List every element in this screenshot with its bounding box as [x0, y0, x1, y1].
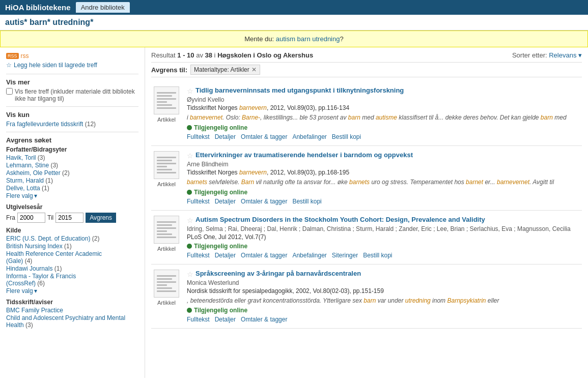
vis-kun-title: Vis kun: [6, 111, 138, 119]
fagfellevurderte-label: Fra fagfellevurderte tidsskrift (12): [6, 121, 138, 128]
omtaler-link-1[interactable]: Omtaler & tagger: [241, 133, 287, 140]
tidsskrift-item-1[interactable]: BMC Family Practice: [6, 307, 138, 314]
result-author-1: Øyvind Kvello: [187, 96, 582, 103]
forfatter-item-1[interactable]: Havik, Toril (3): [6, 154, 138, 161]
result-author-3: Idring, Selma ; Rai, Dheeraj ; Dal, Henr…: [187, 225, 582, 232]
avgrens-soket-title: Avgrens søket: [6, 136, 138, 144]
avgrens-label: Avgrens til:: [151, 66, 187, 74]
result-title-2[interactable]: Ettervirkninger av traumatiserende hende…: [195, 151, 413, 159]
save-page-label: Legg hele siden til lagrede treff: [14, 62, 97, 69]
fra-label: Fra: [6, 214, 15, 221]
kilde-section: Kilde ERIC (U.S. Dept. of Education) (2)…: [6, 227, 138, 295]
forfatter-item-2[interactable]: Lehmann, Stine (3): [6, 162, 138, 169]
sort-relevans-link[interactable]: Relevans ▾: [549, 51, 582, 59]
save-page-link[interactable]: ☆ Legg hele siden til lagrede treff: [6, 62, 138, 69]
forfatter-more-link[interactable]: Flere valg ▾: [6, 192, 138, 199]
result-snippet-1: i barnevernet. Oslo: Barne-, likestillin…: [187, 113, 582, 122]
available-4: Tilgjengelig online: [187, 307, 582, 314]
result-title-3[interactable]: Autism Spectrum Disorders in the Stockho…: [195, 216, 485, 223]
bookmark-icon-1[interactable]: [187, 87, 193, 95]
result-body-1: Tidlig barneverninnsats med utgangspunkt…: [187, 86, 582, 140]
available-dot-4: [187, 308, 192, 313]
result-item-2: Artikkel Ettervirkninger av traumatisere…: [151, 146, 582, 211]
type-label-1: Artikkel: [157, 116, 176, 123]
utgivelsesar-label: Utgivelsesår: [6, 203, 138, 211]
tidsskrift-label: Tidsskrift/aviser: [6, 299, 138, 306]
type-label-2: Artikkel: [157, 181, 176, 187]
result-author-2: Arne Blindheim: [187, 161, 582, 168]
result-snippet-4: , beteendestörda eller gravt koncentrati…: [187, 297, 582, 305]
result-item-3: Artikkel Autism Spectrum Disorders in th…: [151, 211, 582, 265]
divider-1: [6, 74, 138, 74]
omtaler-link-4[interactable]: Omtaler & tagger: [241, 316, 287, 323]
fulltekst-link-2[interactable]: Fulltekst: [187, 198, 210, 205]
bookmark-icon-4[interactable]: [187, 270, 193, 278]
kilde-item-2[interactable]: British Nursing Index (1): [6, 243, 138, 250]
results-sort: Sorter etter: Relevans ▾: [512, 51, 582, 59]
result-title-4[interactable]: Språkscreening av 3-åringar på barnavård…: [195, 270, 361, 277]
year-range-row: Fra Til Avgrens: [6, 213, 138, 223]
kilde-item-3[interactable]: Health Reference Center Academic(Gale) (…: [6, 250, 138, 265]
result-thumb-2: Artikkel: [151, 151, 182, 205]
result-thumb-1: Artikkel: [151, 86, 182, 140]
result-title-1[interactable]: Tidlig barneverninnsats med utgangspunkt…: [195, 86, 404, 94]
fulltekst-link-4[interactable]: Fulltekst: [187, 316, 210, 323]
avgrens-button[interactable]: Avgrens: [86, 213, 116, 223]
vis-mer-checkbox-row: Vis flere treff (inkluder materiale ditt…: [6, 88, 138, 102]
available-dot-3: [187, 244, 192, 249]
siteringer-link-3[interactable]: Siteringer: [332, 252, 358, 259]
fra-year-input[interactable]: [17, 213, 45, 223]
result-links-4: Fulltekst Detaljer Omtaler & tagger: [187, 316, 582, 323]
library-title: HiOA bibliotekene: [5, 3, 71, 12]
header: HiOA bibliotekene Andre bibliotek: [0, 0, 588, 15]
bestill-link-1[interactable]: Bestill kopi: [332, 133, 361, 140]
fulltekst-link-1[interactable]: Fulltekst: [187, 133, 210, 140]
result-links-3: Fulltekst Detaljer Omtaler & tagger Anbe…: [187, 252, 582, 259]
kilde-item-4[interactable]: Hindawi Journals (1): [6, 265, 138, 272]
divider-3: [6, 132, 138, 132]
fagfellevurderte-link[interactable]: Fra fagfellevurderte tidsskrift (12): [6, 121, 138, 128]
available-2: Tilgjengelig online: [187, 189, 582, 196]
til-year-input[interactable]: [55, 213, 83, 223]
vis-mer-title: Vis mer: [6, 78, 138, 86]
result-journal-2: Tidsskriftet Norges barnevern, 2012, Vol…: [187, 169, 582, 176]
result-author-4: Monica Westerlund: [187, 279, 582, 286]
kilde-item-1[interactable]: ERIC (U.S. Dept. of Education) (2): [6, 235, 138, 242]
remove-filter-btn[interactable]: ✕: [251, 66, 257, 73]
fulltekst-link-3[interactable]: Fulltekst: [187, 252, 210, 259]
omtaler-link-3[interactable]: Omtaler & tagger: [241, 252, 287, 259]
bestill-link-3[interactable]: Bestill kopi: [363, 252, 392, 259]
forfatter-item-5[interactable]: Dellve, Lotta (1): [6, 185, 138, 192]
detaljer-link-3[interactable]: Detaljer: [215, 252, 236, 259]
vis-mer-checkbox[interactable]: [6, 88, 13, 95]
sidebar: RSS rss ☆ Legg hele siden til lagrede tr…: [0, 47, 145, 378]
anbefalinger-link-3[interactable]: Anbefalinger: [292, 252, 326, 259]
bookmark-icon-2[interactable]: [187, 152, 193, 160]
tidsskrift-item-2[interactable]: Child and Adolescent Psychiatry and Ment…: [6, 314, 138, 329]
omtaler-link-2[interactable]: Omtaler & tagger: [241, 198, 287, 205]
did-you-mean-link[interactable]: autism barn utredning: [276, 35, 340, 43]
search-query: autis* barn* utredning*: [5, 18, 93, 26]
forfatter-item-3[interactable]: Askheim, Ole Petter (2): [6, 169, 138, 177]
detaljer-link-4[interactable]: Detaljer: [215, 316, 236, 323]
result-body-3: Autism Spectrum Disorders in the Stockho…: [187, 216, 582, 259]
results-area: Resultat 1 - 10 av 38 i Høgskolen i Oslo…: [145, 47, 588, 378]
result-journal-1: Tidsskriftet Norges barnevern, 2012, Vol…: [187, 104, 582, 111]
kilde-more-link[interactable]: Flere valg ▾: [6, 287, 138, 295]
forfatter-item-4[interactable]: Sturm, Harald (1): [6, 177, 138, 184]
kilde-item-5[interactable]: Informa - Taylor & Francis(CrossRef) (6): [6, 273, 138, 287]
kilde-label: Kilde: [6, 227, 138, 234]
anbefalinger-link-1[interactable]: Anbefalinger: [292, 133, 326, 140]
star-icon: ☆: [6, 62, 12, 69]
detaljer-link-2[interactable]: Detaljer: [215, 198, 236, 205]
detaljer-link-1[interactable]: Detaljer: [215, 133, 236, 140]
result-thumb-4: Artikkel: [151, 270, 182, 324]
did-you-mean-suffix: ?: [340, 35, 343, 43]
other-library-tab[interactable]: Andre bibliotek: [76, 2, 130, 13]
result-journal-3: PLoS One, Jul 2012, Vol.7(7): [187, 233, 582, 241]
bestill-link-2[interactable]: Bestill kopi: [292, 198, 321, 205]
rss-link[interactable]: RSS rss: [6, 52, 138, 60]
bookmark-icon-3[interactable]: [187, 216, 193, 224]
type-label-3: Artikkel: [157, 246, 176, 252]
tidsskrift-section: Tidsskrift/aviser BMC Family Practice Ch…: [6, 299, 138, 329]
